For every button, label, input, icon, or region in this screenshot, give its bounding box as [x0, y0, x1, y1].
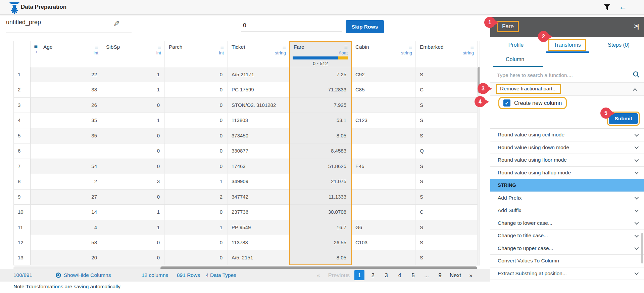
pagination: « Previous 12345...9 Next » — [313, 269, 476, 282]
tab-steps[interactable]: Steps (0) — [593, 37, 644, 53]
chevron-up-icon[interactable] — [633, 88, 637, 93]
row-number: 4 — [14, 113, 31, 128]
create-new-column-checkbox[interactable]: ✓ — [503, 99, 510, 107]
page-4[interactable]: 4 — [395, 270, 405, 280]
cell-Embarked: S — [416, 113, 478, 128]
collapse-panel-icon[interactable]: >| — [634, 23, 638, 30]
column-menu-icon[interactable]: ≡ — [95, 45, 98, 49]
column-header-Age[interactable]: Age≡int — [39, 41, 102, 67]
column-menu-icon[interactable]: ≡ — [157, 45, 161, 49]
cell-SibSp: 1 — [102, 220, 165, 235]
cell-partial — [31, 143, 39, 158]
column-type: string — [351, 50, 415, 55]
column-header-Cabin[interactable]: Cabin≡string — [351, 41, 416, 67]
cell-Parch: 1 — [165, 174, 228, 189]
transform-label: Add Prefix — [498, 195, 635, 201]
page-1[interactable]: 1 — [354, 270, 364, 280]
page-3[interactable]: 3 — [381, 270, 391, 280]
tab-profile[interactable]: Profile — [490, 37, 542, 53]
table-row: 535003734508.05S — [14, 128, 480, 143]
transform-item[interactable]: Change to upper case... — [490, 242, 644, 255]
transform-label: Add Suffix — [498, 207, 635, 213]
page-5[interactable]: 5 — [408, 270, 418, 280]
column-header-Fare[interactable]: Fare≡float0 - 512 — [290, 41, 351, 67]
chevron-down-icon[interactable] — [635, 195, 639, 200]
cell-SibSp: 0 — [102, 190, 165, 204]
column-header-SibSp[interactable]: SibSp≡int — [102, 41, 165, 67]
chevron-down-icon[interactable] — [635, 246, 639, 250]
cell-Ticket: 113803 — [228, 113, 290, 128]
chevron-down-icon[interactable] — [635, 208, 639, 212]
column-menu-icon[interactable]: ≡ — [34, 44, 38, 49]
chevron-down-icon[interactable] — [635, 132, 639, 136]
subtab-column[interactable]: Column — [506, 56, 524, 62]
transform-item[interactable]: Add Prefix — [490, 192, 644, 205]
chevron-down-icon[interactable] — [635, 271, 639, 275]
cell-Ticket: PP 9549 — [228, 220, 290, 235]
cell-Cabin — [351, 128, 416, 143]
cell-Embarked: S — [416, 67, 478, 82]
transform-item[interactable]: Round value using ceil mode — [490, 129, 644, 141]
cell-Ticket: A/5. 2151 — [228, 250, 290, 265]
chevron-down-icon[interactable] — [635, 170, 639, 174]
panel-scrollbar-thumb[interactable] — [641, 233, 643, 263]
cell-Embarked: S — [416, 190, 478, 204]
column-type: string — [416, 50, 477, 55]
column-menu-icon[interactable]: ≡ — [344, 45, 348, 49]
back-arrow-icon[interactable]: ← — [619, 2, 627, 11]
create-new-column-option[interactable]: ✓ Create new column — [498, 97, 567, 109]
table-row: 823134990921.075S — [14, 174, 480, 189]
column-title: Fare — [294, 44, 304, 50]
function-search-row — [490, 68, 644, 82]
app-bar: Data Preparation ← — [0, 0, 644, 15]
column-title: Parch — [169, 44, 183, 50]
column-header-Ticket[interactable]: Ticket≡string — [228, 41, 290, 67]
cell-partial — [31, 82, 39, 97]
skip-rows-input[interactable] — [241, 19, 342, 32]
cell-SibSp: 0 — [102, 128, 165, 143]
column-menu-icon[interactable]: ≡ — [470, 45, 474, 49]
cell-partial — [31, 113, 39, 128]
transform-item[interactable]: Add Suffix — [490, 204, 644, 217]
transform-item[interactable]: Change to title case... — [490, 229, 644, 242]
cell-partial — [31, 205, 39, 219]
column-menu-icon[interactable]: ≡ — [220, 45, 224, 49]
transform-item[interactable]: Round value using halfup mode — [490, 167, 644, 179]
edit-pencil-icon[interactable]: ✎ — [113, 19, 119, 28]
column-header-partial[interactable]: ≡r — [31, 41, 39, 67]
transform-item[interactable]: Extract Substring at position... — [490, 267, 644, 280]
cell-Embarked: S — [416, 220, 478, 235]
prep-name-input[interactable] — [6, 19, 110, 26]
transform-item[interactable]: Convert Values To Column — [490, 255, 644, 267]
cell-Fare: 8.05 — [290, 128, 351, 143]
column-header-Parch[interactable]: Parch≡int — [165, 41, 228, 67]
next-arrow[interactable]: » — [466, 270, 476, 280]
page-2[interactable]: 2 — [368, 270, 378, 280]
page-ellipsis: ... — [422, 270, 432, 280]
chevron-down-icon[interactable] — [635, 220, 639, 225]
tab-transforms[interactable]: Transforms — [542, 37, 593, 53]
chevron-down-icon[interactable] — [635, 157, 639, 162]
skip-rows-button[interactable]: Skip Rows — [346, 20, 384, 33]
column-type: string — [228, 50, 289, 55]
column-menu-icon[interactable]: ≡ — [408, 45, 412, 49]
chevron-down-icon[interactable] — [635, 145, 639, 149]
column-menu-icon[interactable]: ≡ — [282, 45, 286, 49]
previous-arrow[interactable]: « — [313, 270, 324, 280]
column-header-Embarked[interactable]: Embarked≡string — [416, 41, 478, 67]
next-button[interactable]: Next — [448, 270, 462, 280]
page-9[interactable]: 9 — [435, 270, 445, 280]
transform-item[interactable]: Change to lower case... — [490, 217, 644, 230]
show-hide-columns-button[interactable]: Show/Hide Columns — [55, 269, 111, 282]
transform-item[interactable]: Round value using floor mode — [490, 154, 644, 167]
cell-SibSp: 1 — [102, 82, 165, 97]
cell-partial — [31, 174, 39, 189]
function-search-input[interactable] — [497, 70, 628, 81]
cell-Cabin — [351, 98, 416, 113]
filter-icon[interactable] — [603, 4, 611, 12]
chevron-down-icon[interactable] — [635, 233, 639, 237]
previous-button[interactable]: Previous — [327, 270, 351, 280]
transform-item[interactable]: Round value using down mode — [490, 141, 644, 154]
search-icon[interactable] — [633, 71, 640, 79]
transform-item-remove-fractional[interactable]: Remove fractional part... — [490, 82, 644, 96]
